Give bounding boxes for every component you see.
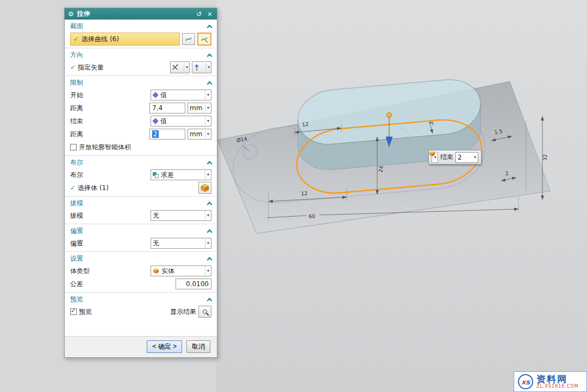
dropdown-arrow-icon: ▾ [205,170,209,179]
logo-letter-x: x [521,378,526,386]
check-icon: ✓ [70,64,76,71]
section-header-preview[interactable]: 预览 [65,293,217,305]
dropdown-arrow-icon: ▾ [205,211,209,220]
watermark: xs 资料网 ZL.XS1616.COM [514,371,587,392]
show-result-button[interactable] [198,306,211,318]
handle-origin-ball[interactable] [387,113,392,118]
boolean-option-combo[interactable]: 求差 ▾ [151,169,211,180]
section-header-label: 拔模 [70,199,83,208]
dropdown-arrow-icon: ▾ [205,91,209,99]
dim-slot-height: 24 [377,166,384,173]
preview-checkbox[interactable]: ✓ [70,308,77,315]
open-profile-checkbox[interactable] [70,144,77,150]
section-header-limits[interactable]: 限制 [65,77,217,88]
curve-chain-button[interactable] [182,33,195,45]
section-group-boolean: 布尔 布尔 求差 ▾ ✓ 选择体 (1) [65,155,217,196]
value-option-icon [152,118,158,124]
watermark-logo: xs [518,374,533,389]
body-type-combo[interactable]: 实体 ▾ [151,265,211,276]
check-icon: ✓ [73,35,79,43]
end-distance-mini-input[interactable]: 2 ▾ [455,152,478,163]
select-body-button[interactable] [198,182,211,194]
collapse-chevron-icon[interactable] [207,229,213,235]
boolean-option-value: 求差 [161,170,174,180]
section-header-boolean[interactable]: 布尔 [65,156,217,168]
section-group-section: 截面 ✓ 选择曲线 (6) [65,20,217,48]
collapse-chevron-icon[interactable] [207,53,213,59]
specify-vector-label: 指定矢量 [78,63,168,72]
cancel-button[interactable]: 取消 [186,340,210,353]
end-mini-label: 结束 [440,153,453,162]
show-result-label: 显示结果 [170,307,196,317]
end-option-value: 值 [160,117,167,126]
magnifier-icon [203,309,207,314]
end-option-combo[interactable]: 值 ▾ [151,116,211,127]
curve-rule-icon [201,36,208,43]
select-body-label: 选择体 (1) [78,184,196,193]
start-option-combo[interactable]: 值 ▾ [151,90,211,100]
offset-option-combo[interactable]: 无 ▾ [151,238,211,249]
ok-button[interactable]: < 确定 > [147,340,182,353]
start-distance-unit: mm [190,104,202,112]
dim-offset-bottom: 12 [301,190,308,197]
open-profile-label: 开放轮廓智能体积 [79,143,211,152]
offset-option-value: 无 [153,239,159,248]
section-group-preview: 预览 ✓ 预览 显示结果 [65,292,217,320]
viewport-3d[interactable]: Ø14 12 12 60 24 32 1.5 2 3 ▾ 结束 [216,0,587,392]
onscreen-input-toolbar: ▾ 结束 2 ▾ [428,150,482,165]
section-header-label: 偏置 [70,226,83,236]
tolerance-input[interactable]: 0.0100 [176,279,211,289]
viewport-scene: Ø14 12 12 60 24 32 1.5 2 3 [216,0,587,392]
draft-option-combo[interactable]: 无 ▾ [151,210,211,221]
curve-rule-button[interactable] [197,33,211,46]
end-distance-input[interactable]: 2 [149,129,185,140]
dropdown-arrow-icon: ▾ [474,155,476,160]
end-label: 结束 [70,117,148,126]
dropdown-arrow-icon: ▾ [184,63,188,72]
extrude-dialog: ⚙ 拉伸 ↺ × 截面 ✓ 选择曲线 (6) [64,8,217,358]
dialog-titlebar[interactable]: ⚙ 拉伸 ↺ × [65,8,217,20]
section-header-offset[interactable]: 偏置 [65,225,217,237]
draft-label: 拔模 [70,211,148,220]
vector-icon [172,64,178,71]
start-distance-unit-combo[interactable]: mm ▾ [188,103,211,113]
start-label: 开始 [70,91,148,100]
collapse-chevron-icon[interactable] [207,24,213,30]
collapse-chevron-icon[interactable] [207,201,213,207]
section-header-label: 设置 [70,254,83,263]
section-header-label: 布尔 [70,158,83,167]
body-type-value: 实体 [161,267,174,276]
section-header-section[interactable]: 截面 [65,20,217,32]
collapse-chevron-icon[interactable] [207,257,213,262]
dropdown-arrow-icon: ▾ [205,239,209,248]
section-group-settings: 设置 体类型 实体 ▾ 公差 0.0100 [65,251,217,292]
body-type-label: 体类型 [70,267,148,276]
collapse-chevron-icon[interactable] [207,298,213,303]
end-distance-unit: mm [190,130,202,138]
select-curve-field[interactable]: ✓ 选择曲线 (6) [70,33,180,46]
reverse-direction-combo[interactable]: ▾ [192,61,211,73]
cube-icon [201,184,209,192]
section-header-settings[interactable]: 设置 [65,252,217,264]
section-group-draft: 拔模 拔模 无 ▾ [65,196,217,224]
section-header-draft[interactable]: 拔模 [65,197,217,209]
dropdown-arrow-icon: ▾ [205,117,209,125]
solid-body-icon [153,268,159,274]
collapse-chevron-icon[interactable] [207,161,213,166]
close-button[interactable]: × [206,11,214,17]
dropdown-arrow-icon: ▾ [205,104,209,112]
dim-overall-length: 60 [309,213,316,219]
select-curve-label: 选择曲线 (6) [82,35,119,44]
section-header-label: 限制 [70,78,83,87]
tolerance-value: 0.0100 [186,280,209,288]
start-option-value: 值 [160,91,167,100]
section-header-direction[interactable]: 方向 [65,49,217,61]
start-distance-input[interactable]: 7.4 [149,103,185,113]
reset-button[interactable]: ↺ [195,11,203,17]
end-distance-unit-combo[interactable]: mm ▾ [188,129,211,140]
watermark-site-url: ZL.XS1616.COM [536,384,579,389]
vector-type-combo[interactable]: ▾ [170,61,190,73]
end-option-mini-combo[interactable]: ▾ [432,152,438,163]
collapse-chevron-icon[interactable] [207,81,213,86]
dropdown-arrow-icon: ▾ [205,130,209,138]
